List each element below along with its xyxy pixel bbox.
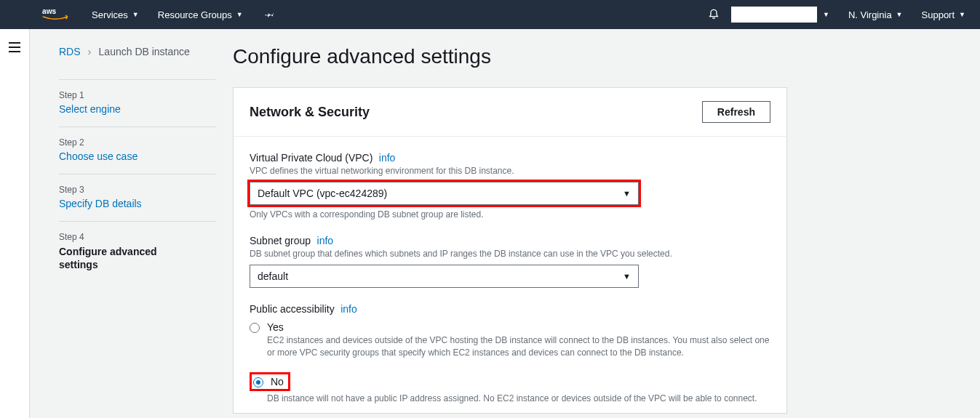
panel-heading: Network & Security — [250, 105, 370, 120]
vpc-label: Virtual Private Cloud (VPC) — [250, 152, 373, 164]
radio-icon[interactable] — [250, 323, 260, 333]
subnet-info-link[interactable]: info — [317, 235, 334, 246]
vpc-select-value: Default VPC (vpc-ec424289) — [258, 188, 387, 199]
wizard-step-1[interactable]: Step 1 Select engine — [59, 79, 215, 126]
vpc-description: VPC defines the virtual networking envir… — [250, 166, 770, 176]
step-title: Specify DB details — [59, 198, 215, 209]
svg-rect-1 — [9, 42, 20, 44]
vpc-field: Virtual Private Cloud (VPC) info VPC def… — [250, 151, 770, 220]
vpc-select[interactable]: Default VPC (vpc-ec424289) ▼ — [250, 182, 639, 205]
public-yes-description: EC2 instances and devices outside of the… — [267, 334, 770, 359]
caret-down-icon: ▼ — [959, 11, 965, 18]
public-yes-label: Yes — [267, 321, 284, 333]
nav-region[interactable]: N. Virginia ▼ — [848, 9, 903, 20]
caret-down-icon: ▼ — [823, 11, 829, 18]
caret-down-icon: ▼ — [896, 11, 903, 18]
step-title: Configure advanced settings — [59, 245, 183, 271]
nav-support[interactable]: Support ▼ — [922, 9, 965, 20]
breadcrumb-current: Launch DB instance — [99, 46, 190, 57]
public-no-label: No — [271, 376, 284, 387]
nav-resource-groups[interactable]: Resource Groups ▼ — [158, 9, 243, 20]
subnet-label: Subnet group — [250, 235, 311, 246]
aws-logo[interactable]: aws — [42, 7, 68, 23]
public-label: Public accessibility — [250, 303, 335, 315]
main-content: Configure advanced settings Network & Se… — [231, 29, 980, 418]
step-label: Step 3 — [59, 185, 215, 195]
vpc-note: Only VPCs with a corresponding DB subnet… — [250, 209, 770, 220]
caret-down-icon: ▼ — [132, 11, 139, 18]
breadcrumb-root[interactable]: RDS — [59, 46, 81, 57]
step-label: Step 1 — [59, 90, 215, 100]
network-security-panel: Network & Security Refresh Virtual Priva… — [233, 87, 787, 414]
hamburger-icon[interactable] — [9, 42, 20, 55]
nav-support-label: Support — [922, 9, 955, 20]
svg-rect-3 — [9, 51, 20, 52]
refresh-button[interactable]: Refresh — [702, 101, 770, 123]
subnet-select[interactable]: default ▼ — [250, 265, 639, 288]
wizard-sidebar: RDS › Launch DB instance Step 1 Select e… — [30, 29, 231, 418]
side-toggle-column — [0, 29, 30, 418]
step-title: Choose use case — [59, 150, 215, 162]
public-accessibility-field: Public accessibility info Yes EC2 instan… — [250, 302, 770, 404]
account-menu[interactable] — [731, 7, 817, 23]
step-title: Select engine — [59, 103, 215, 115]
nav-resource-groups-label: Resource Groups — [158, 9, 232, 20]
wizard-step-4: Step 4 Configure advanced settings — [59, 221, 215, 283]
breadcrumb: RDS › Launch DB instance — [59, 45, 215, 57]
subnet-field: Subnet group info DB subnet group that d… — [250, 234, 770, 288]
public-yes-option[interactable]: Yes — [250, 321, 770, 333]
chevron-down-icon: ▼ — [623, 265, 631, 287]
subnet-description: DB subnet group that defines which subne… — [250, 249, 770, 259]
page-title: Configure advanced settings — [233, 45, 965, 68]
subnet-select-value: default — [258, 270, 288, 282]
chevron-right-icon: › — [88, 45, 92, 57]
wizard-step-3[interactable]: Step 3 Specify DB details — [59, 174, 215, 221]
pin-icon[interactable] — [265, 9, 275, 20]
top-nav: aws Services ▼ Resource Groups ▼ ▼ N. Vi… — [0, 0, 980, 29]
caret-down-icon: ▼ — [236, 11, 243, 18]
nav-region-label: N. Virginia — [848, 9, 892, 20]
nav-services-label: Services — [92, 9, 128, 20]
step-label: Step 4 — [59, 232, 215, 242]
nav-services[interactable]: Services ▼ — [92, 9, 139, 20]
public-info-link[interactable]: info — [340, 303, 357, 315]
step-label: Step 2 — [59, 137, 215, 148]
chevron-down-icon: ▼ — [623, 182, 631, 204]
public-no-option[interactable]: No — [250, 372, 290, 391]
notifications-icon[interactable] — [708, 7, 720, 22]
vpc-info-link[interactable]: info — [379, 152, 396, 164]
radio-icon[interactable] — [253, 377, 263, 387]
svg-rect-2 — [9, 47, 20, 48]
public-no-description: DB instance will not have a public IP ad… — [267, 393, 770, 405]
svg-text:aws: aws — [42, 7, 57, 15]
wizard-step-2[interactable]: Step 2 Choose use case — [59, 126, 215, 174]
